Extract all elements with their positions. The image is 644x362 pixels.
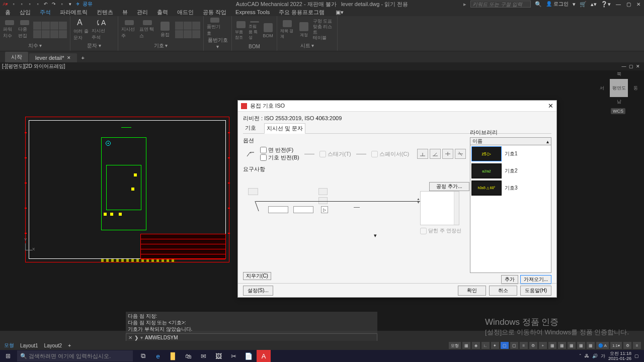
side-btn-3[interactable] — [442, 149, 453, 159]
panel-label-dimension[interactable]: 치수 ▾ — [3, 42, 67, 50]
status-otrack-icon[interactable]: ▢ — [510, 342, 518, 349]
taskview-icon[interactable]: ⧉ — [136, 350, 150, 362]
save-icon[interactable]: ▫ — [26, 1, 33, 8]
app-dropdown-icon[interactable]: ▴▾ — [591, 1, 597, 8]
wp-slot-top[interactable] — [248, 188, 258, 195]
tab-expand-icon[interactable]: ▣▾ — [335, 9, 345, 16]
flip-face-checkbox[interactable]: 면 반전(F) — [260, 146, 299, 154]
saveas-icon[interactable]: ▫ — [34, 1, 41, 8]
viewcube-face[interactable]: 평면도 — [610, 79, 628, 97]
weld-symbol-button[interactable]: 용접 — [157, 20, 173, 39]
edge-icon[interactable]: e — [151, 350, 165, 362]
store-icon[interactable]: 🛍 — [181, 350, 195, 362]
side-btn-2[interactable] — [430, 149, 441, 159]
tab-output[interactable]: 출력 — [156, 9, 169, 16]
tray-up-icon[interactable]: ˄ — [579, 353, 582, 358]
wp-slot-mid2[interactable] — [318, 197, 328, 204]
balloon-button[interactable]: 품번기호 — [207, 18, 223, 37]
tab-annotate[interactable]: 주석 — [39, 9, 52, 16]
symbol-tools-grid[interactable] — [175, 22, 200, 38]
status-osnap-icon[interactable]: ▢ — [501, 342, 509, 349]
vp-maximize-icon[interactable]: ▢ — [628, 64, 634, 69]
tab-view[interactable]: 뷰 — [121, 9, 129, 16]
tray-clock[interactable]: 오전 11:18 2021-01-26 — [608, 351, 631, 361]
assembly-prop-button[interactable]: 조립품 특성 — [249, 21, 260, 40]
dialog-tab-symbol[interactable]: 기호 — [243, 123, 258, 133]
tray-net-icon[interactable]: 🖧 — [585, 353, 589, 358]
view-cube[interactable]: 북 남 동 서 평면도 WCS — [604, 73, 634, 103]
wp-dropdown[interactable]: ▾ — [374, 232, 377, 239]
status-snap-icon[interactable]: ◈ — [472, 342, 480, 349]
status-menu-icon[interactable]: ≡ — [633, 342, 641, 349]
leader-note-button[interactable]: 지시선 주 — [121, 20, 137, 39]
close-icon[interactable]: ✕ — [635, 1, 642, 8]
tab-insert[interactable]: 삽입 — [19, 9, 32, 16]
explorer-icon[interactable]: ▉ — [166, 350, 180, 362]
layouttab-layout2[interactable]: Layout2 — [44, 343, 62, 348]
tray-notif-icon[interactable]: ▢ — [634, 353, 639, 358]
side-btn-4[interactable] — [455, 149, 466, 159]
wp-input-2[interactable] — [293, 206, 313, 213]
dialog-tab-leader[interactable]: 지시선 및 문자 — [264, 123, 305, 134]
autocad-icon[interactable]: A — [257, 350, 271, 362]
library-column-header[interactable]: 이름▴ — [470, 137, 551, 145]
vp-close-icon[interactable]: ✕ — [635, 64, 641, 69]
library-item-1[interactable]: z5 ▷ 기호1 — [470, 145, 551, 162]
status-model[interactable]: 모형 — [449, 342, 461, 349]
tab-addin[interactable]: 애드인 — [176, 9, 195, 16]
bom-button[interactable]: BOM — [262, 21, 274, 40]
ok-button[interactable]: 확인 — [458, 286, 486, 296]
snip-icon[interactable]: ✂ — [226, 350, 240, 362]
tray-ime-icon[interactable]: 가 — [601, 353, 605, 359]
tab-express[interactable]: Express Tools — [234, 9, 271, 15]
help-icon[interactable]: ❔▾ — [601, 1, 611, 8]
title-border-button[interactable]: 제목 경계 — [280, 20, 294, 39]
start-button[interactable]: ⊞ — [0, 350, 16, 362]
panel-label-symbol[interactable]: 기호 ▾ — [121, 42, 200, 50]
status-grid-icon[interactable]: ▦ — [462, 342, 470, 349]
status-gear-icon[interactable]: ⚙ — [529, 342, 537, 349]
flip-symbol-checkbox[interactable]: 기호 반전(B) — [260, 154, 299, 161]
panel-label-balloon[interactable]: 품번기호 ▾ — [207, 37, 228, 50]
cmd-close-icon[interactable]: ✕ — [128, 335, 132, 340]
undo-icon[interactable]: ↶ — [42, 1, 49, 8]
new-icon[interactable]: ▫ — [10, 1, 17, 8]
layouttab-layout1[interactable]: Layout1 — [20, 343, 38, 348]
status-lweight-icon[interactable]: ≡ — [520, 342, 528, 349]
status-a-icon[interactable]: ▦ — [548, 342, 556, 349]
rev-button[interactable]: 계정 — [296, 20, 310, 39]
tray-vol-icon[interactable]: 🔊 — [592, 353, 598, 358]
mtext-button[interactable]: A여러 줄 문자 — [73, 20, 90, 39]
surface-texture-button[interactable]: 표면 텍스 — [139, 20, 155, 39]
layouttab-add[interactable]: + — [68, 343, 71, 348]
help-button[interactable]: 도움말(H) — [520, 286, 551, 296]
panel-label-text[interactable]: 문자 ▾ — [73, 42, 115, 50]
maximize-icon[interactable]: ▢ — [625, 1, 632, 8]
panel-label-sheet[interactable]: 시트 ▾ — [280, 42, 334, 50]
status-scale-icon[interactable]: 1:1▾ — [610, 342, 622, 349]
share-label[interactable]: 공유 — [83, 1, 93, 8]
open-icon[interactable]: ▫ — [18, 1, 25, 8]
sort-icon[interactable]: ▴ — [546, 139, 549, 144]
cancel-button[interactable]: 취소 — [489, 286, 517, 296]
status-d-icon[interactable]: ▦ — [577, 342, 585, 349]
dialog-close-icon[interactable]: ✕ — [548, 102, 553, 110]
dialog-titlebar[interactable]: 용접 기호 ISO ✕ — [238, 101, 556, 112]
wcs-label[interactable]: WCS — [611, 108, 625, 114]
doctab-add-button[interactable]: + — [78, 53, 87, 62]
part-ref-button[interactable]: 부품 참조 — [235, 21, 247, 40]
wp-flag-button[interactable]: ▷ — [321, 206, 328, 213]
sheet-tools[interactable]: 구멍 도표 맞춤 리스트 테이블 — [313, 19, 334, 41]
status-e-icon[interactable]: ▦ — [587, 342, 595, 349]
tab-parametric[interactable]: 파라메트릭 — [59, 9, 89, 16]
status-b-icon[interactable]: ▦ — [558, 342, 566, 349]
more-icon[interactable]: ▾ — [66, 1, 73, 8]
closed-tail-checkbox[interactable]: 닫힌 주 연장선 — [420, 227, 461, 234]
spacer-checkbox[interactable]: 스페이서(C) — [371, 150, 409, 158]
cart-icon[interactable]: 🛒 — [580, 1, 587, 8]
search-icon[interactable]: 🔍 — [535, 1, 542, 8]
photos-icon[interactable]: 🖼 — [211, 350, 225, 362]
settings-button[interactable]: 설정(S)... — [243, 286, 273, 296]
status-zoom-icon[interactable]: 🔵 A — [596, 342, 609, 349]
status-custom-icon[interactable]: ⚙ — [623, 342, 631, 349]
